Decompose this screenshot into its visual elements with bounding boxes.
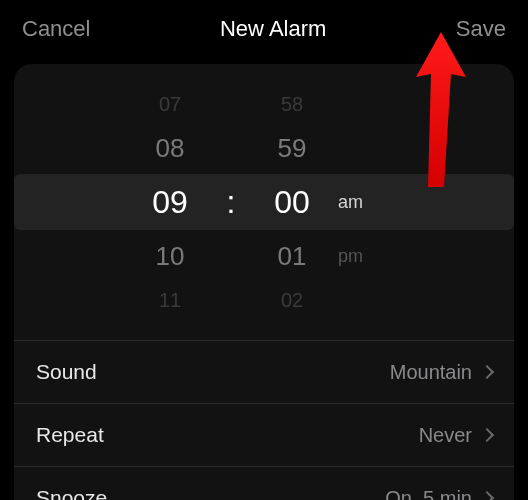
setting-label: Sound <box>36 360 97 384</box>
alarm-card: 07 : 58 08 : 59 09 : 00 am 10 : 01 p <box>14 64 514 500</box>
picker-row[interactable]: 10 : 01 pm <box>14 234 514 278</box>
hour-value: 10 <box>150 241 190 272</box>
header: Cancel New Alarm Save <box>0 0 528 58</box>
chevron-right-icon <box>480 365 494 379</box>
picker-row[interactable]: 08 : 59 <box>14 126 514 170</box>
setting-sound[interactable]: Sound Mountain <box>14 341 514 404</box>
setting-label: Snooze <box>36 486 107 500</box>
chevron-right-icon <box>480 428 494 442</box>
colon: : <box>226 184 236 221</box>
time-picker[interactable]: 07 : 58 08 : 59 09 : 00 am 10 : 01 p <box>14 64 514 340</box>
minute-value: 58 <box>272 93 312 116</box>
save-button[interactable]: Save <box>456 16 506 42</box>
picker-row[interactable]: 11 : 02 <box>14 278 514 322</box>
minute-value: 01 <box>272 241 312 272</box>
hour-value: 07 <box>150 93 190 116</box>
minute-value: 59 <box>272 133 312 164</box>
setting-label: Repeat <box>36 423 104 447</box>
settings-list: Sound Mountain Repeat Never Snooze On, 5… <box>14 340 514 500</box>
setting-snooze[interactable]: Snooze On, 5 min <box>14 467 514 500</box>
setting-value: On, 5 min <box>385 487 492 501</box>
minute-value: 02 <box>272 289 312 312</box>
setting-repeat[interactable]: Repeat Never <box>14 404 514 467</box>
setting-value: Mountain <box>390 361 492 384</box>
chevron-right-icon <box>480 491 494 500</box>
setting-value: Never <box>419 424 492 447</box>
ampm-value[interactable]: am <box>338 192 378 213</box>
cancel-button[interactable]: Cancel <box>22 16 90 42</box>
ampm-value[interactable]: pm <box>338 246 378 267</box>
hour-value: 09 <box>150 184 190 221</box>
picker-row[interactable]: 07 : 58 <box>14 82 514 126</box>
hour-value: 11 <box>150 289 190 312</box>
picker-row-selected[interactable]: 09 : 00 am <box>14 174 514 230</box>
minute-value: 00 <box>272 184 312 221</box>
hour-value: 08 <box>150 133 190 164</box>
page-title: New Alarm <box>220 16 326 42</box>
